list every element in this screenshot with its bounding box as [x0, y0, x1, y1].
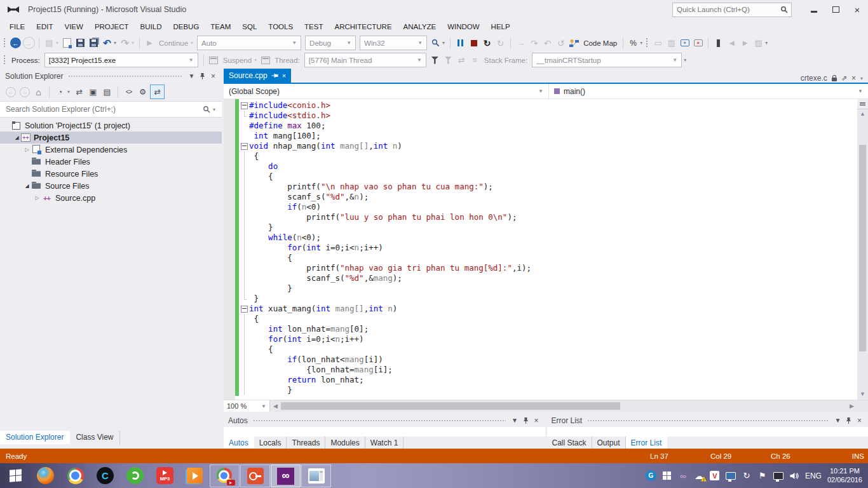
menu-analyze[interactable]: ANALYZE [398, 20, 442, 33]
antivirus-v-icon[interactable]: V [710, 470, 720, 482]
menu-file[interactable]: FILE [4, 20, 31, 33]
code-line-7[interactable]: do [239, 161, 857, 172]
menu-debug[interactable]: DEBUG [167, 20, 205, 33]
minimize-button[interactable] [803, 1, 825, 18]
menu-test[interactable]: TEST [299, 20, 329, 33]
next-bookmark-button[interactable]: ► [738, 36, 752, 50]
tree-item-project15[interactable]: ◢++Project15 [0, 132, 222, 144]
code-line-9[interactable]: printf("\n nhap vao so phan tu cua mang:… [239, 182, 857, 192]
menu-tools[interactable]: TOOLS [262, 20, 299, 33]
code-line-1[interactable]: #include<conio.h> [239, 100, 857, 111]
close-panel-icon[interactable]: × [531, 415, 542, 426]
pending-changes-filter-icon[interactable]: ◔ [53, 85, 67, 98]
collapse-all-icon[interactable]: ▣ [86, 85, 100, 98]
menu-team[interactable]: TEAM [205, 20, 236, 33]
display-icon[interactable] [726, 470, 736, 482]
tab-list-caret-icon[interactable]: ▾ [860, 76, 863, 81]
onedrive-warning-icon[interactable]: ☁! [694, 470, 704, 482]
code-line-12[interactable]: printf("luu y so phan tu phai lon hon 0\… [239, 212, 857, 222]
menu-help[interactable]: HELP [485, 20, 516, 33]
tab-autos[interactable]: Autos [224, 437, 254, 450]
continue-play-icon[interactable]: ▶ [143, 36, 156, 50]
suspend-button[interactable]: Suspend [223, 57, 252, 64]
chrome-icon[interactable] [60, 463, 90, 488]
splitter-handle[interactable] [857, 99, 868, 109]
horizontal-scrollbar[interactable] [281, 400, 846, 412]
window-position-icon[interactable]: ▼ [186, 71, 197, 81]
panel-drag-texture[interactable] [253, 419, 506, 423]
code-map-button[interactable]: Code Map [583, 39, 617, 47]
close-button[interactable]: × [846, 1, 868, 18]
fold-toggle-icon[interactable] [239, 100, 249, 111]
close-tab-icon[interactable]: × [282, 72, 286, 79]
code-line-3[interactable]: #define max 100; [239, 121, 857, 131]
panel-drag-texture[interactable] [587, 419, 829, 423]
menu-window[interactable]: WINDOW [442, 20, 485, 33]
code-line-4[interactable]: int mang[100]; [239, 131, 857, 141]
sync-with-active-document-icon[interactable]: ⇄ [150, 85, 165, 99]
code-line-21[interactable]: int xuat_mang(int mang[],int n) [239, 304, 857, 314]
sync-icon[interactable]: ↻ [742, 470, 752, 482]
filter-caret-icon[interactable]: ▾ [67, 89, 70, 95]
network-icon[interactable] [773, 470, 783, 482]
breakpoint-margin[interactable] [224, 99, 235, 400]
code-line-15[interactable]: for(int i=0;i<n;i++) [239, 243, 857, 253]
menu-architecture[interactable]: ARCHITECTURE [329, 20, 397, 33]
tab-threads[interactable]: Threads [287, 437, 325, 450]
close-preview-icon[interactable]: × [851, 74, 856, 83]
preview-tab-crtexe[interactable]: crtexe.c [801, 74, 827, 83]
undo-button[interactable]: ↶ [100, 36, 114, 50]
auto-combo[interactable]: Auto▼ [197, 36, 301, 50]
tree-item-source-cpp[interactable]: ▷++Source.cpp [0, 192, 222, 204]
code-line-17[interactable]: printf("nhap vao gia tri phan tu mang[%d… [239, 263, 857, 273]
tab-source-cpp[interactable]: Source.cpp × [224, 69, 291, 83]
restart-button[interactable]: ↻ [480, 36, 494, 50]
coccoc-icon[interactable]: C [90, 463, 120, 488]
redo-button[interactable]: ↷ [118, 36, 132, 50]
fold-toggle-icon[interactable] [239, 141, 249, 151]
search-options-caret-icon[interactable]: ▾ [213, 107, 215, 112]
undo-caret-icon[interactable]: ▾ [114, 40, 116, 46]
thread-combo[interactable]: [5776] Main Thread▼ [304, 53, 426, 67]
menu-edit[interactable]: EDIT [31, 20, 58, 33]
expander-collapsed-icon[interactable]: ▷ [33, 195, 41, 201]
find-caret-icon[interactable]: ▾ [442, 40, 445, 46]
window-position-icon[interactable]: ▼ [510, 415, 520, 426]
tab-class-view[interactable]: Class View [70, 431, 119, 444]
clock[interactable]: 10:21 PM 02/06/2016 [827, 467, 862, 484]
platform-combo[interactable]: Win32▼ [360, 36, 427, 50]
menu-build[interactable]: BUILD [135, 20, 168, 33]
code-line-27[interactable]: {lon_nhat=mang[i]; [239, 365, 857, 375]
expander-open-icon[interactable]: ◢ [23, 183, 31, 189]
member-dropdown[interactable]: main()▼ [549, 84, 868, 98]
tab-watch-1[interactable]: Watch 1 [365, 437, 404, 450]
expander-open-icon[interactable]: ◢ [13, 135, 21, 140]
code-line-23[interactable]: int lon_nhat=mang[0]; [239, 324, 857, 334]
photo-viewer-taskbar-button[interactable] [301, 464, 331, 487]
tree-item-header-files[interactable]: Header Files [0, 156, 222, 168]
show-all-files-icon[interactable]: <> [122, 85, 135, 98]
paste-caret-icon[interactable]: ▾ [56, 40, 58, 46]
step-into-button[interactable]: → [514, 36, 527, 50]
stop-debugging-button[interactable] [467, 36, 480, 50]
save-all-button[interactable] [87, 36, 100, 50]
coverage-caret-icon[interactable]: ▾ [640, 40, 642, 46]
navigate-doc-button[interactable]: ▭ [651, 36, 665, 50]
se-back-button[interactable]: ← [4, 85, 17, 98]
volume-icon[interactable] [789, 470, 799, 482]
find-in-files-button[interactable] [429, 36, 442, 50]
code-line-25[interactable]: { [239, 344, 857, 355]
toolbar-overflow-icon[interactable]: ▾ [684, 57, 686, 63]
auto-hide-pin-icon[interactable] [843, 415, 854, 426]
tree-item-source-files[interactable]: ◢Source Files [0, 180, 222, 192]
language-indicator[interactable]: ENG [805, 471, 822, 480]
tab-error-list[interactable]: Error List [626, 437, 668, 450]
code-line-20[interactable]: } [239, 294, 857, 304]
break-all-button[interactable] [454, 36, 467, 50]
auto-hide-pin-icon[interactable] [520, 415, 531, 426]
toolbar-overflow-icon[interactable]: ▾ [765, 40, 768, 46]
step-out-button[interactable]: ↶ [541, 36, 554, 50]
tree-item-solution-project15-1-project[interactable]: Solution 'Project15' (1 project) [0, 119, 222, 132]
code-line-5[interactable]: void nhap_mang(int mang[],int n) [239, 141, 857, 151]
vertical-scroll-thumb[interactable] [859, 145, 866, 351]
